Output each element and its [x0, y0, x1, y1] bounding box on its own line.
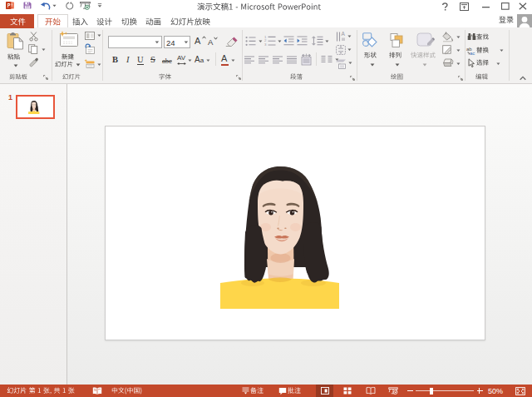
- svg-text:ac: ac: [470, 51, 475, 56]
- svg-text:3: 3: [264, 42, 267, 47]
- svg-text:A: A: [342, 31, 346, 37]
